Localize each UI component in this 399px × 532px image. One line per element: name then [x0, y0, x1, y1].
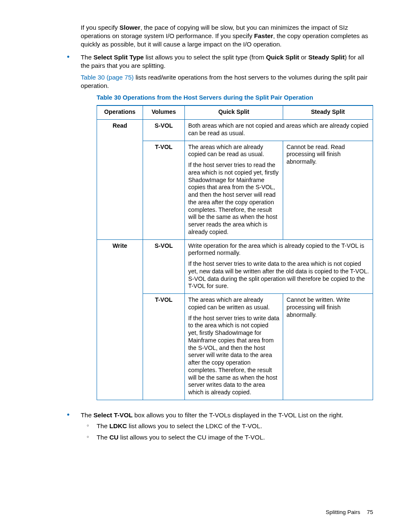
- table-header-row: Operations Volumes Quick Split Steady Sp…: [97, 105, 373, 119]
- text: box allows you to filter the T-VOLs disp…: [133, 411, 343, 419]
- text: list allows you to select the LDKC of th…: [127, 422, 262, 429]
- bold-cu: CU: [109, 434, 118, 441]
- table-row: Read S-VOL Both areas which are not copi…: [97, 120, 373, 141]
- host-operations-table: Operations Volumes Quick Split Steady Sp…: [97, 105, 373, 400]
- bold-ldkc: LDKC: [109, 422, 127, 429]
- text: The areas which are already copied can b…: [188, 144, 279, 159]
- text: If you specify: [81, 24, 120, 31]
- cell-svol: S-VOL: [143, 120, 185, 141]
- text: If the host server tries to write data t…: [188, 260, 369, 290]
- col-quick-split: Quick Split: [185, 105, 283, 119]
- bold-select-split-type: Select Split Type: [93, 54, 143, 61]
- cell-tvol: T-VOL: [143, 141, 185, 239]
- table-caption: Table 30 Operations from the Host Server…: [97, 94, 373, 102]
- page-footer: Splitting Pairs 75: [326, 509, 373, 515]
- text: list allows you to select the CU image o…: [118, 434, 265, 441]
- bold-quick-split: Quick Split: [266, 54, 299, 61]
- text: or: [299, 54, 308, 61]
- footer-section: Splitting Pairs: [326, 509, 361, 515]
- col-operations: Operations: [97, 105, 143, 119]
- page: If you specify Slower, the pace of copyi…: [0, 0, 399, 532]
- cell-write-tvol-qs: The areas which are already copied can b…: [185, 294, 283, 400]
- bold-slower: Slower: [120, 24, 141, 31]
- bullet-select-split-type: The Select Split Type list allows you to…: [65, 53, 373, 406]
- cell-read-svol: Both areas which are not copied and area…: [185, 120, 373, 141]
- text: Write operation for the area which is al…: [188, 242, 369, 257]
- text: The: [97, 422, 109, 429]
- cell-svol: S-VOL: [143, 239, 185, 294]
- bullet-select-tvol: The Select T-VOL box allows you to filte…: [65, 411, 373, 442]
- cell-write-svol: Write operation for the area which is al…: [185, 239, 373, 294]
- footer-page-number: 75: [367, 509, 373, 515]
- text: The: [81, 54, 93, 61]
- text: list allows you to select the split type…: [144, 54, 266, 61]
- cell-read-tvol-qs: The areas which are already copied can b…: [185, 141, 283, 239]
- sub-bullet-ldkc: The LDKC list allows you to select the L…: [81, 422, 373, 430]
- cell-write-tvol-ss: Cannot be written. Write processing will…: [283, 294, 373, 400]
- bold-faster: Faster: [254, 32, 273, 39]
- intro-paragraph: If you specify Slower, the pace of copyi…: [81, 23, 373, 48]
- col-volumes: Volumes: [143, 105, 185, 119]
- cell-read-tvol-ss: Cannot be read. Read processing will fin…: [283, 141, 373, 239]
- text: The: [81, 411, 93, 419]
- table-ref-paragraph: Table 30 (page 75) lists read/write oper…: [81, 73, 373, 90]
- cell-tvol: T-VOL: [143, 294, 185, 400]
- text: The: [97, 434, 109, 441]
- text: If the host server tries to write data t…: [188, 315, 279, 396]
- text: The areas which are already copied can b…: [188, 296, 279, 311]
- cell-write: Write: [97, 239, 143, 400]
- col-steady-split: Steady Split: [283, 105, 373, 119]
- cell-read: Read: [97, 120, 143, 240]
- table-row: Write S-VOL Write operation for the area…: [97, 239, 373, 294]
- bold-select-tvol: Select T-VOL: [93, 411, 133, 419]
- sub-bullet-cu: The CU list allows you to select the CU …: [81, 433, 373, 442]
- table-30-link[interactable]: Table 30 (page 75): [81, 74, 134, 81]
- bold-steady-split: Steady Split: [308, 54, 345, 61]
- bullet-text: The Select Split Type list allows you to…: [81, 53, 373, 70]
- text: If the host server tries to read the are…: [188, 162, 279, 236]
